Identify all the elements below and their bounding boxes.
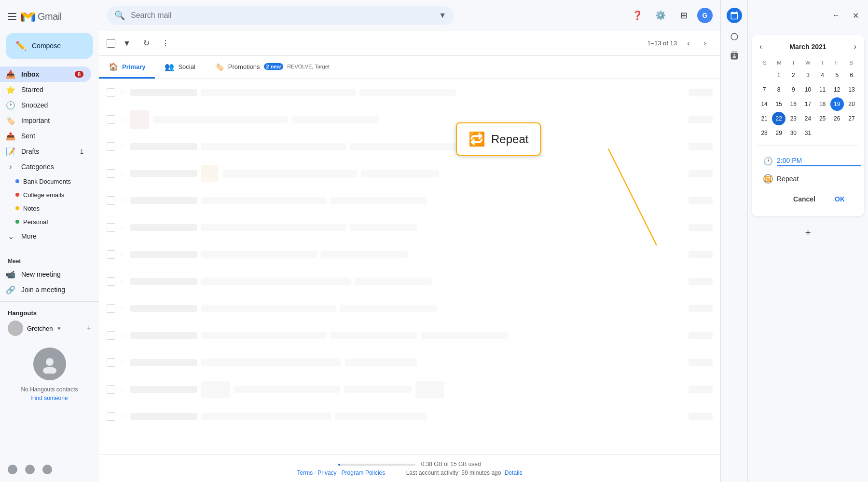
star-icon[interactable]: ☆ [119, 412, 126, 421]
table-row[interactable]: ☆ [99, 160, 720, 187]
sidebar-item-more[interactable]: ⌄ More [0, 228, 91, 244]
sidebar-item-join-meeting[interactable]: 🔗 Join a meeting [0, 282, 91, 297]
cal-day-21[interactable]: 21 [758, 112, 771, 125]
star-icon[interactable]: ☆ [119, 250, 126, 259]
sidebar-item-snoozed[interactable]: 🕐 Snoozed [0, 97, 91, 113]
sidebar-item-inbox[interactable]: 📥 Inbox 8 [0, 67, 91, 82]
table-row[interactable]: ☆ [99, 322, 720, 349]
privacy-link[interactable]: Privacy [317, 469, 336, 476]
sidebar-item-drafts[interactable]: 📝 Drafts 1 [0, 144, 91, 159]
star-icon[interactable]: ☆ [119, 277, 126, 286]
cal-day-7[interactable]: 7 [758, 83, 771, 96]
next-page-button[interactable]: › [697, 36, 713, 51]
sidebar-item-categories[interactable]: › Categories [0, 159, 91, 174]
cal-day-10[interactable]: 10 [801, 83, 814, 96]
cal-day-5[interactable]: 5 [830, 68, 844, 82]
cal-day-18[interactable]: 18 [816, 97, 829, 111]
email-checkbox[interactable] [107, 115, 115, 124]
sidebar-item-personal[interactable]: Personal [0, 215, 91, 228]
table-row[interactable]: ☆ [99, 79, 720, 106]
table-row[interactable]: ☆ [99, 295, 720, 322]
table-row[interactable]: ☆ [99, 376, 720, 403]
email-checkbox[interactable] [107, 196, 115, 205]
contacts-icon[interactable] [727, 48, 742, 64]
star-icon[interactable]: ☆ [119, 223, 126, 232]
star-icon[interactable]: ☆ [119, 331, 126, 340]
cal-day-20[interactable]: 20 [845, 97, 858, 111]
cal-day-14[interactable]: 14 [758, 97, 771, 111]
program-policies-link[interactable]: Program Policies [342, 469, 386, 476]
table-row[interactable]: ☆ [99, 214, 720, 241]
sidebar-status-icon-3[interactable] [42, 465, 52, 474]
sidebar-item-starred[interactable]: ⭐ Starred [0, 82, 91, 97]
more-options-button[interactable]: ⋮ [158, 36, 173, 51]
tab-social[interactable]: 👥 Social [155, 56, 205, 79]
table-row[interactable]: ☆ [99, 241, 720, 268]
cal-day-15[interactable]: 15 [772, 97, 785, 111]
sidebar-item-important[interactable]: 🏷️ Important [0, 113, 91, 128]
cal-day-22[interactable]: 22 [772, 112, 785, 125]
star-icon[interactable]: ☆ [119, 358, 126, 367]
settings-button[interactable]: ⚙️ [651, 6, 670, 25]
hangouts-find-link[interactable]: Find someone [8, 395, 91, 402]
sidebar-item-college-emails[interactable]: College emails [0, 188, 91, 201]
cal-day-8[interactable]: 8 [772, 83, 785, 96]
select-dropdown-button[interactable]: ▼ [119, 36, 135, 51]
sidebar-item-notes[interactable]: Notes [0, 201, 91, 215]
add-event-button[interactable]: + [799, 224, 817, 241]
compose-button[interactable]: ✏️ Compose [6, 33, 93, 59]
cal-day-26[interactable]: 26 [830, 112, 844, 125]
hangouts-add-icon[interactable]: + [87, 324, 91, 333]
cal-day-9[interactable]: 9 [786, 83, 800, 96]
cal-day-2[interactable]: 2 [786, 68, 800, 82]
select-all-checkbox[interactable] [107, 39, 115, 48]
cal-day-11[interactable]: 11 [816, 83, 829, 96]
cal-day-6[interactable]: 6 [845, 68, 858, 82]
calendar-icon-active[interactable] [727, 8, 742, 23]
email-checkbox[interactable] [107, 88, 115, 97]
sidebar-item-new-meeting[interactable]: 📹 New meeting [0, 267, 91, 282]
cal-day-13[interactable]: 13 [845, 83, 858, 96]
search-input[interactable] [131, 11, 433, 20]
star-icon[interactable]: ☆ [119, 304, 126, 313]
email-checkbox[interactable] [107, 331, 115, 340]
cal-day-25[interactable]: 25 [816, 112, 829, 125]
email-checkbox[interactable] [107, 412, 115, 421]
table-row[interactable]: ☆ [99, 187, 720, 214]
cal-day-3[interactable]: 3 [801, 68, 814, 82]
tasks-icon[interactable] [727, 29, 742, 44]
rpanel-back-button[interactable]: ← [827, 7, 845, 24]
email-checkbox[interactable] [107, 250, 115, 259]
star-icon[interactable]: ☆ [119, 115, 126, 124]
ok-button[interactable]: OK [827, 191, 853, 207]
star-icon[interactable]: ☆ [119, 88, 126, 97]
search-options-icon[interactable]: ▼ [439, 11, 446, 20]
cal-day-4[interactable]: 4 [816, 68, 829, 82]
hamburger-menu[interactable] [8, 13, 16, 20]
cancel-button[interactable]: Cancel [785, 191, 823, 207]
table-row[interactable]: ☆ [99, 106, 720, 133]
table-row[interactable]: ☆ [99, 403, 720, 430]
refresh-button[interactable]: ↻ [138, 36, 154, 51]
details-link[interactable]: Details [505, 469, 523, 476]
calendar-prev-button[interactable]: ‹ [758, 40, 764, 53]
terms-link[interactable]: Terms [297, 469, 313, 476]
cal-day-24[interactable]: 24 [801, 112, 814, 125]
cal-day-23[interactable]: 23 [786, 112, 800, 125]
cal-day-1[interactable]: 1 [772, 68, 785, 82]
calendar-next-button[interactable]: › [852, 40, 858, 53]
email-checkbox[interactable] [107, 169, 115, 178]
star-icon[interactable]: ☆ [119, 385, 126, 394]
sidebar-item-bank-documents[interactable]: Bank Documents [0, 174, 91, 188]
star-icon[interactable]: ☆ [119, 142, 126, 151]
apps-button[interactable]: ⊞ [674, 6, 693, 25]
table-row[interactable]: ☆ [99, 268, 720, 295]
cal-day-17[interactable]: 17 [801, 97, 814, 111]
rpanel-close-button[interactable]: ✕ [847, 7, 864, 24]
email-checkbox[interactable] [107, 223, 115, 232]
email-checkbox[interactable] [107, 277, 115, 286]
email-checkbox[interactable] [107, 385, 115, 394]
table-row[interactable]: ☆ [99, 349, 720, 376]
sidebar-status-icon-2[interactable] [25, 465, 35, 474]
cal-day-29[interactable]: 29 [772, 126, 785, 140]
